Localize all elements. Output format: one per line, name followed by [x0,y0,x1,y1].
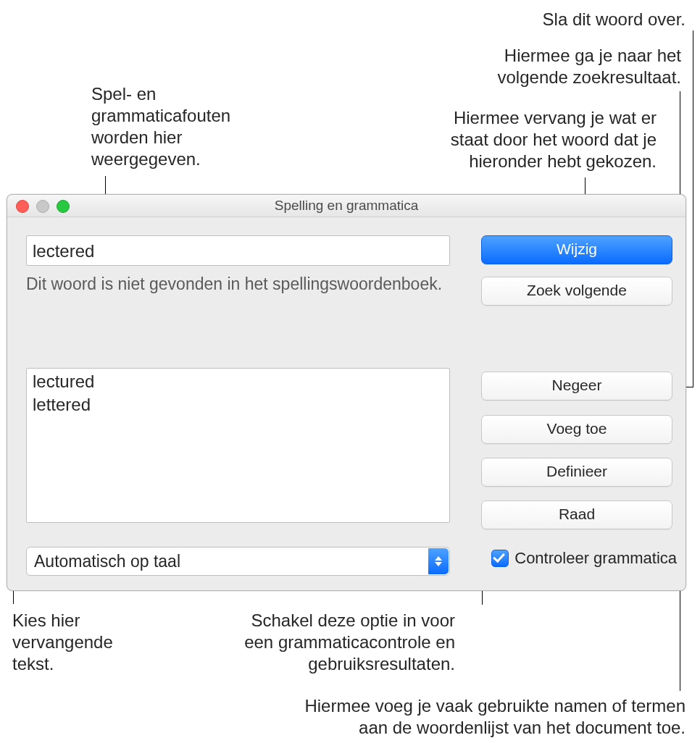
list-item[interactable]: lectured [33,370,443,393]
add-button[interactable]: Voeg toe [481,415,672,444]
callout-pick-replacement: Kies hier vervangende tekst. [12,610,172,675]
status-text: Dit woord is niet gevonden in het spelli… [26,274,450,295]
list-item[interactable]: lettered [33,393,443,416]
callout-add-word: Hiermee voeg je vaak gebruikte namen of … [236,695,686,739]
define-button[interactable]: Definieer [481,458,672,487]
change-button[interactable]: Wijzig [481,235,672,264]
find-next-button[interactable]: Zoek volgende [481,277,672,306]
guess-button[interactable]: Raad [481,500,672,529]
callout-enable-grammar: Schakel deze optie in voor een grammatic… [217,610,455,675]
suggestions-list[interactable]: lectured lettered [26,368,450,523]
callout-next: Hiermee ga je naar het volgende zoekresu… [435,45,681,88]
close-icon[interactable] [16,200,29,213]
chevron-updown-icon [428,548,449,574]
minimize-icon[interactable] [36,200,49,213]
zoom-icon[interactable] [57,200,70,213]
check-grammar-label: Controleer grammatica [514,549,677,568]
callout-skip: Sla dit woord over. [468,9,686,30]
language-select-value: Automatisch op taal [34,552,180,571]
window-controls[interactable] [16,200,70,213]
callout-change: Hiermee vervang je wat er staat door het… [396,107,657,172]
callout-errors-shown: Spel- en grammaticafouten worden hier we… [91,83,280,170]
window-title: Spelling en grammatica [275,198,419,213]
misspelled-word-input[interactable]: lectered [26,235,450,266]
ignore-button[interactable]: Negeer [481,372,672,400]
spelling-grammar-dialog: Spelling en grammatica lectered Dit woor… [7,194,686,591]
language-select[interactable]: Automatisch op taal [26,547,450,576]
titlebar: Spelling en grammatica [7,195,686,217]
check-grammar-checkbox[interactable] [491,550,509,567]
